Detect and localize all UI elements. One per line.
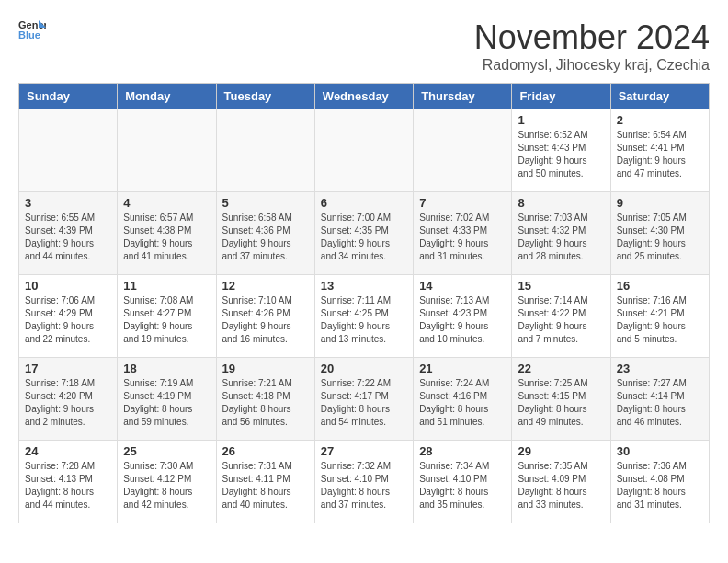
day-header-sunday: Sunday <box>19 84 118 109</box>
day-number: 17 <box>25 362 111 375</box>
day-number: 25 <box>123 444 210 458</box>
day-number: 19 <box>222 362 309 375</box>
calendar-cell: 30Sunrise: 7:36 AM Sunset: 4:08 PM Dayli… <box>610 441 709 523</box>
calendar-cell: 13Sunrise: 7:11 AM Sunset: 4:25 PM Dayli… <box>314 275 413 358</box>
calendar-cell <box>216 109 314 192</box>
day-number: 3 <box>25 196 111 210</box>
day-info: Sunrise: 6:57 AM Sunset: 4:38 PM Dayligh… <box>123 212 210 263</box>
logo: General Blue <box>18 18 46 40</box>
calendar-cell: 25Sunrise: 7:30 AM Sunset: 4:12 PM Dayli… <box>118 441 216 523</box>
calendar-table: SundayMondayTuesdayWednesdayThursdayFrid… <box>18 83 710 523</box>
day-info: Sunrise: 7:18 AM Sunset: 4:20 PM Dayligh… <box>25 377 111 429</box>
day-info: Sunrise: 7:14 AM Sunset: 4:22 PM Dayligh… <box>518 294 604 346</box>
calendar-cell: 29Sunrise: 7:35 AM Sunset: 4:09 PM Dayli… <box>512 441 610 523</box>
day-number: 4 <box>123 196 210 210</box>
day-info: Sunrise: 7:24 AM Sunset: 4:16 PM Dayligh… <box>419 377 506 429</box>
day-info: Sunrise: 6:58 AM Sunset: 4:36 PM Dayligh… <box>222 212 309 263</box>
day-number: 2 <box>617 113 703 127</box>
calendar-cell: 21Sunrise: 7:24 AM Sunset: 4:16 PM Dayli… <box>414 358 512 441</box>
day-info: Sunrise: 7:13 AM Sunset: 4:23 PM Dayligh… <box>419 294 506 346</box>
calendar-cell: 28Sunrise: 7:34 AM Sunset: 4:10 PM Dayli… <box>414 441 512 523</box>
calendar-cell: 19Sunrise: 7:21 AM Sunset: 4:18 PM Dayli… <box>216 358 314 441</box>
day-info: Sunrise: 7:02 AM Sunset: 4:33 PM Dayligh… <box>419 212 506 263</box>
logo-icon: General Blue <box>18 18 46 40</box>
month-title: November 2024 <box>474 18 710 57</box>
calendar-week-4: 17Sunrise: 7:18 AM Sunset: 4:20 PM Dayli… <box>19 358 710 441</box>
day-info: Sunrise: 6:55 AM Sunset: 4:39 PM Dayligh… <box>25 212 111 263</box>
day-header-thursday: Thursday <box>414 84 512 109</box>
calendar-cell: 10Sunrise: 7:06 AM Sunset: 4:29 PM Dayli… <box>19 275 118 358</box>
day-info: Sunrise: 7:30 AM Sunset: 4:12 PM Dayligh… <box>123 460 210 511</box>
day-info: Sunrise: 7:05 AM Sunset: 4:30 PM Dayligh… <box>617 212 703 263</box>
day-number: 12 <box>222 279 309 293</box>
calendar-body: 1Sunrise: 6:52 AM Sunset: 4:43 PM Daylig… <box>19 109 710 523</box>
day-header-wednesday: Wednesday <box>314 84 413 109</box>
calendar-cell: 1Sunrise: 6:52 AM Sunset: 4:43 PM Daylig… <box>512 109 610 192</box>
calendar-cell: 26Sunrise: 7:31 AM Sunset: 4:11 PM Dayli… <box>216 441 314 523</box>
calendar-week-2: 3Sunrise: 6:55 AM Sunset: 4:39 PM Daylig… <box>19 192 710 275</box>
day-info: Sunrise: 7:00 AM Sunset: 4:35 PM Dayligh… <box>321 212 407 263</box>
calendar-cell: 24Sunrise: 7:28 AM Sunset: 4:13 PM Dayli… <box>19 441 118 523</box>
day-number: 5 <box>222 196 309 210</box>
calendar-week-3: 10Sunrise: 7:06 AM Sunset: 4:29 PM Dayli… <box>19 275 710 358</box>
day-number: 11 <box>123 279 210 293</box>
calendar-cell: 23Sunrise: 7:27 AM Sunset: 4:14 PM Dayli… <box>610 358 709 441</box>
day-info: Sunrise: 7:22 AM Sunset: 4:17 PM Dayligh… <box>321 377 407 429</box>
day-number: 30 <box>617 444 703 458</box>
calendar-week-1: 1Sunrise: 6:52 AM Sunset: 4:43 PM Daylig… <box>19 109 710 192</box>
day-number: 9 <box>617 196 703 210</box>
day-header-friday: Friday <box>512 84 610 109</box>
location-subtitle: Radomysl, Jihocesky kraj, Czechia <box>474 57 710 74</box>
calendar-cell: 18Sunrise: 7:19 AM Sunset: 4:19 PM Dayli… <box>118 358 216 441</box>
page-header: General Blue November 2024 Radomysl, Jih… <box>18 18 710 74</box>
calendar-cell: 15Sunrise: 7:14 AM Sunset: 4:22 PM Dayli… <box>512 275 610 358</box>
calendar-cell <box>414 109 512 192</box>
day-number: 18 <box>123 362 210 375</box>
day-info: Sunrise: 7:31 AM Sunset: 4:11 PM Dayligh… <box>222 460 309 511</box>
day-info: Sunrise: 7:03 AM Sunset: 4:32 PM Dayligh… <box>518 212 604 263</box>
calendar-cell: 2Sunrise: 6:54 AM Sunset: 4:41 PM Daylig… <box>610 109 709 192</box>
calendar-cell: 9Sunrise: 7:05 AM Sunset: 4:30 PM Daylig… <box>610 192 709 275</box>
calendar-cell: 14Sunrise: 7:13 AM Sunset: 4:23 PM Dayli… <box>414 275 512 358</box>
day-number: 28 <box>419 444 506 458</box>
day-info: Sunrise: 7:19 AM Sunset: 4:19 PM Dayligh… <box>123 377 210 429</box>
day-number: 14 <box>419 279 506 293</box>
day-number: 6 <box>321 196 407 210</box>
day-number: 27 <box>321 444 407 458</box>
day-number: 10 <box>25 279 111 293</box>
day-number: 21 <box>419 362 506 375</box>
calendar-cell: 3Sunrise: 6:55 AM Sunset: 4:39 PM Daylig… <box>19 192 118 275</box>
day-info: Sunrise: 6:52 AM Sunset: 4:43 PM Dayligh… <box>518 129 604 180</box>
day-header-saturday: Saturday <box>610 84 709 109</box>
day-number: 29 <box>518 444 604 458</box>
day-info: Sunrise: 6:54 AM Sunset: 4:41 PM Dayligh… <box>617 129 703 180</box>
day-info: Sunrise: 7:27 AM Sunset: 4:14 PM Dayligh… <box>617 377 703 429</box>
day-info: Sunrise: 7:11 AM Sunset: 4:25 PM Dayligh… <box>321 294 407 346</box>
day-info: Sunrise: 7:16 AM Sunset: 4:21 PM Dayligh… <box>617 294 703 346</box>
day-number: 16 <box>617 279 703 293</box>
calendar-cell <box>118 109 216 192</box>
day-number: 20 <box>321 362 407 375</box>
calendar-cell: 17Sunrise: 7:18 AM Sunset: 4:20 PM Dayli… <box>19 358 118 441</box>
day-header-tuesday: Tuesday <box>216 84 314 109</box>
calendar-cell: 22Sunrise: 7:25 AM Sunset: 4:15 PM Dayli… <box>512 358 610 441</box>
day-number: 7 <box>419 196 506 210</box>
svg-text:Blue: Blue <box>18 29 40 40</box>
day-number: 1 <box>518 113 604 127</box>
day-number: 24 <box>25 444 111 458</box>
calendar-cell <box>19 109 118 192</box>
day-number: 26 <box>222 444 309 458</box>
title-section: November 2024 Radomysl, Jihocesky kraj, … <box>474 18 710 74</box>
day-info: Sunrise: 7:28 AM Sunset: 4:13 PM Dayligh… <box>25 460 111 511</box>
day-info: Sunrise: 7:25 AM Sunset: 4:15 PM Dayligh… <box>518 377 604 429</box>
calendar-cell: 11Sunrise: 7:08 AM Sunset: 4:27 PM Dayli… <box>118 275 216 358</box>
day-info: Sunrise: 7:35 AM Sunset: 4:09 PM Dayligh… <box>518 460 604 511</box>
calendar-header-row: SundayMondayTuesdayWednesdayThursdayFrid… <box>19 84 710 109</box>
calendar-cell <box>314 109 413 192</box>
day-number: 22 <box>518 362 604 375</box>
day-info: Sunrise: 7:08 AM Sunset: 4:27 PM Dayligh… <box>123 294 210 346</box>
calendar-cell: 5Sunrise: 6:58 AM Sunset: 4:36 PM Daylig… <box>216 192 314 275</box>
day-number: 8 <box>518 196 604 210</box>
calendar-cell: 4Sunrise: 6:57 AM Sunset: 4:38 PM Daylig… <box>118 192 216 275</box>
calendar-cell: 16Sunrise: 7:16 AM Sunset: 4:21 PM Dayli… <box>610 275 709 358</box>
